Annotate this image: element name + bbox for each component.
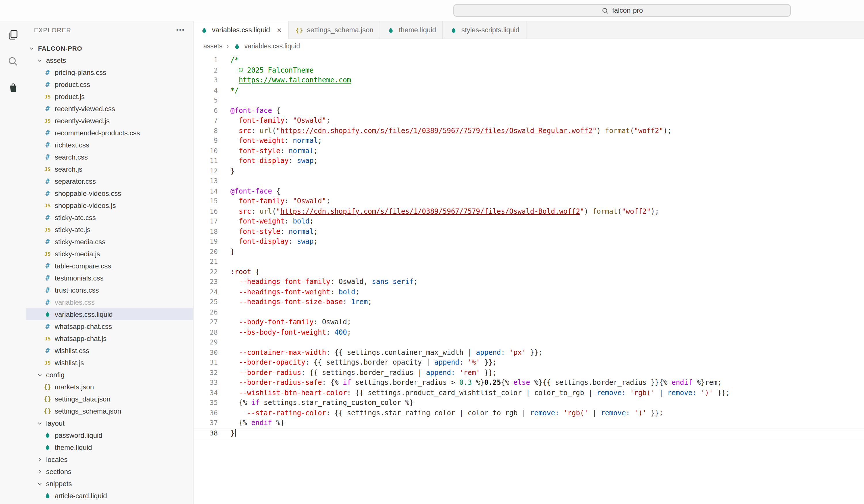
- line-number[interactable]: 29: [193, 337, 218, 348]
- line-number[interactable]: 25: [193, 297, 218, 307]
- code-line[interactable]: 33 --border-radius-safe: {% if settings.…: [193, 378, 864, 388]
- line-number[interactable]: 15: [193, 196, 218, 206]
- file-item[interactable]: {}settings_schema.json: [26, 405, 193, 417]
- code-line[interactable]: 5: [193, 96, 864, 106]
- line-number[interactable]: 17: [193, 217, 218, 227]
- line-number[interactable]: 20: [193, 247, 218, 257]
- code-line[interactable]: 7 font-family: "Oswald";: [193, 116, 864, 126]
- line-number[interactable]: 3: [193, 75, 218, 85]
- line-number[interactable]: 31: [193, 358, 218, 368]
- code-line[interactable]: 15 font-family: "Oswald";: [193, 196, 864, 206]
- code-line[interactable]: 35 {% if settings.star_rating_custom_col…: [193, 398, 864, 408]
- line-number[interactable]: 34: [193, 388, 218, 398]
- tab-variables.css.liquid[interactable]: variables.css.liquid×: [193, 21, 289, 39]
- line-number[interactable]: 9: [193, 136, 218, 146]
- file-item[interactable]: #sticky-atc.css: [26, 212, 193, 224]
- file-item[interactable]: JSrecently-viewed.js: [26, 115, 193, 127]
- line-number[interactable]: 14: [193, 186, 218, 196]
- code-line[interactable]: 6@font-face {: [193, 106, 864, 116]
- folder-item[interactable]: assets: [26, 54, 193, 66]
- line-number[interactable]: 27: [193, 317, 218, 327]
- code-line[interactable]: 18 font-style: normal;: [193, 227, 864, 237]
- code-line[interactable]: 4*/: [193, 85, 864, 96]
- code-line[interactable]: 38}: [193, 428, 864, 438]
- line-number[interactable]: 18: [193, 227, 218, 237]
- file-item[interactable]: #testimonials.css: [26, 272, 193, 284]
- file-item[interactable]: #shoppable-videos.css: [26, 187, 193, 199]
- file-item[interactable]: {}settings_data.json: [26, 393, 193, 405]
- line-number[interactable]: 1: [193, 55, 218, 65]
- shopify-activity-icon[interactable]: [0, 74, 26, 101]
- file-item[interactable]: #recently-viewed.css: [26, 103, 193, 115]
- line-number[interactable]: 35: [193, 398, 218, 408]
- code-line[interactable]: 10 font-style: normal;: [193, 146, 864, 156]
- code-line[interactable]: 36 --star-rating-color: {{ settings.star…: [193, 408, 864, 418]
- line-number[interactable]: 7: [193, 116, 218, 126]
- line-number[interactable]: 22: [193, 267, 218, 277]
- code-line[interactable]: 2 © 2025 FalconTheme: [193, 65, 864, 75]
- file-item[interactable]: {}markets.json: [26, 381, 193, 393]
- line-number[interactable]: 8: [193, 126, 218, 136]
- breadcrumb-item[interactable]: variables.css.liquid: [233, 42, 300, 50]
- file-item[interactable]: #product.css: [26, 78, 193, 91]
- code-line[interactable]: 16 src: url("https://cdn.shopify.com/s/f…: [193, 206, 864, 217]
- code-line[interactable]: 23 --headings-font-family: Oswald, sans-…: [193, 277, 864, 287]
- code-line[interactable]: 21: [193, 257, 864, 267]
- file-item[interactable]: JSwhatsapp-chat.js: [26, 332, 193, 345]
- tab-theme.liquid[interactable]: theme.liquid: [381, 21, 443, 39]
- search-activity-icon[interactable]: [0, 48, 26, 74]
- line-number[interactable]: 10: [193, 146, 218, 156]
- code-line[interactable]: 25 --headings-font-size-base: 1rem;: [193, 297, 864, 307]
- code-line[interactable]: 17 font-weight: bold;: [193, 217, 864, 227]
- code-line[interactable]: 34 --wishlist-btn-heart-color: {{ settin…: [193, 388, 864, 398]
- file-item[interactable]: #recommended-products.css: [26, 127, 193, 139]
- code-line[interactable]: 20}: [193, 247, 864, 257]
- code-line[interactable]: 22:root {: [193, 267, 864, 277]
- file-item[interactable]: variables.css.liquid: [26, 308, 193, 320]
- file-item[interactable]: JSproduct.js: [26, 91, 193, 103]
- folder-item[interactable]: layout: [26, 417, 193, 429]
- folder-item[interactable]: config: [26, 369, 193, 381]
- line-number[interactable]: 26: [193, 307, 218, 317]
- close-icon[interactable]: ×: [277, 26, 281, 33]
- folder-item[interactable]: locales: [26, 453, 193, 465]
- file-item[interactable]: #variables.css: [26, 296, 193, 308]
- file-item[interactable]: #sticky-media.css: [26, 236, 193, 248]
- code-line[interactable]: 29: [193, 337, 864, 348]
- file-item[interactable]: theme.liquid: [26, 441, 193, 453]
- code-line[interactable]: 27 --body-font-family: Oswald;: [193, 317, 864, 327]
- file-item[interactable]: #whatsapp-chat.css: [26, 320, 193, 332]
- line-number[interactable]: 28: [193, 327, 218, 337]
- code-line[interactable]: 32 --border-radius: {{ settings.border_r…: [193, 368, 864, 378]
- code-line[interactable]: 9 font-weight: normal;: [193, 136, 864, 146]
- folder-item[interactable]: sections: [26, 465, 193, 478]
- breadcrumb-item[interactable]: assets: [203, 43, 223, 49]
- code-line[interactable]: 31 --border-opacity: {{ settings.border_…: [193, 358, 864, 368]
- tab-settings_schema.json[interactable]: {}settings_schema.json: [289, 21, 381, 39]
- file-item[interactable]: article-card.liquid: [26, 490, 193, 502]
- line-number[interactable]: 12: [193, 166, 218, 176]
- file-item[interactable]: #richtext.css: [26, 139, 193, 151]
- code-line[interactable]: 30 --container-max-width: {{ settings.co…: [193, 348, 864, 358]
- line-number[interactable]: 6: [193, 106, 218, 116]
- file-item[interactable]: JSsticky-atc.js: [26, 224, 193, 236]
- line-number[interactable]: 37: [193, 418, 218, 428]
- line-number[interactable]: 30: [193, 348, 218, 358]
- code-line[interactable]: 24 --headings-font-weight: bold;: [193, 287, 864, 297]
- line-number[interactable]: 23: [193, 277, 218, 287]
- line-number[interactable]: 2: [193, 65, 218, 75]
- more-actions-icon[interactable]: ⋯: [176, 27, 185, 33]
- file-item[interactable]: #trust-icons.css: [26, 284, 193, 296]
- command-center[interactable]: falcon-pro: [453, 4, 791, 17]
- code-line[interactable]: 3 https://www.falcontheme.com: [193, 75, 864, 85]
- line-number[interactable]: 11: [193, 156, 218, 166]
- line-number[interactable]: 19: [193, 237, 218, 247]
- folder-item[interactable]: FALCON-PRO: [26, 42, 193, 54]
- folder-item[interactable]: snippets: [26, 478, 193, 490]
- code-line[interactable]: 37 {% endif %}: [193, 418, 864, 428]
- explorer-activity-icon[interactable]: [0, 21, 26, 48]
- file-item[interactable]: password.liquid: [26, 429, 193, 441]
- line-number[interactable]: 24: [193, 287, 218, 297]
- line-number[interactable]: 13: [193, 176, 218, 186]
- file-item[interactable]: JSsticky-media.js: [26, 248, 193, 260]
